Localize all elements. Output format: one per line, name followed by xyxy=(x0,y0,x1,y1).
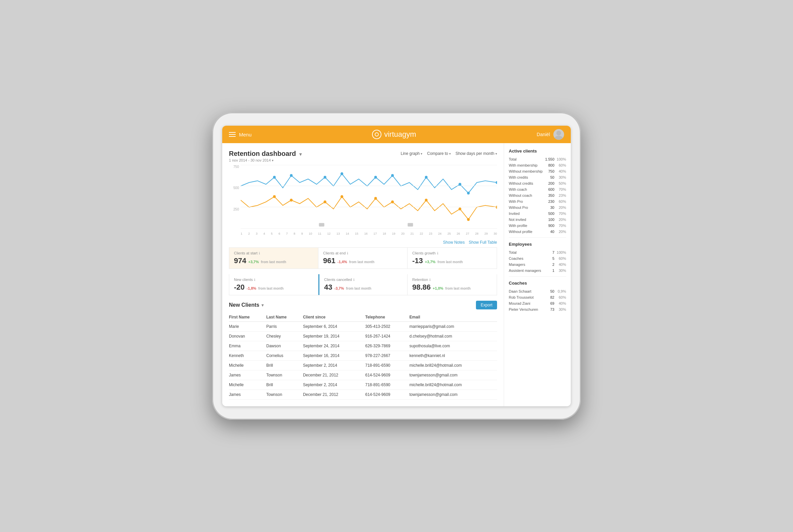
dashboard-title-block: Retention dashboard ▾ 1 nov 2014 - 30 no… xyxy=(229,150,302,162)
svg-point-0 xyxy=(556,131,561,135)
user-name: Daniël xyxy=(537,132,550,137)
stat-cards-row1: Clients at start ℹ 974 +3,7% from last m… xyxy=(229,247,497,269)
info-icon-5[interactable]: ℹ xyxy=(353,278,354,282)
sidebar-row: Mourad Ziani6940% xyxy=(509,300,566,306)
show-notes-link[interactable]: Show Notes xyxy=(443,240,465,245)
chart-x-labels: 1 2 3 4 5 6 7 8 9 10 11 12 13 14 xyxy=(241,229,497,239)
chart-y-labels: 750 500 250 xyxy=(229,165,239,229)
sidebar-row: Managers240% xyxy=(509,262,566,267)
clients-at-end-card: Clients at end ℹ 961 -1,4% from last mon… xyxy=(318,248,408,268)
chart-links: Show Notes Show Full Table xyxy=(229,240,497,245)
info-icon-1[interactable]: ℹ xyxy=(259,251,260,255)
sidebar: Active clients Total1.550100%With member… xyxy=(504,143,571,406)
new-clients-table: First Name Last Name Client since Teleph… xyxy=(229,313,497,400)
col-last-name: Last Name xyxy=(267,313,303,322)
sidebar-row: Total7100% xyxy=(509,249,566,255)
sidebar-row: Without Pro3020% xyxy=(509,205,566,210)
sidebar-row: Not invited10020% xyxy=(509,216,566,223)
clients-at-start-card: Clients at start ℹ 974 +3,7% from last m… xyxy=(229,248,318,268)
main-layout: Retention dashboard ▾ 1 nov 2014 - 30 no… xyxy=(222,143,571,406)
info-icon-6[interactable]: ℹ xyxy=(429,278,431,282)
sidebar-row: Total1.550100% xyxy=(509,156,566,162)
table-row: JamesTownsonDecember 21, 2012614-524-960… xyxy=(229,390,497,400)
line-graph-chevron: ▾ xyxy=(421,152,422,155)
show-full-table-link[interactable]: Show Full Table xyxy=(469,240,497,245)
table-row: EmmaDawsonSeptember 24, 2014626-329-7869… xyxy=(229,341,497,351)
header-right: Daniël xyxy=(537,129,564,140)
coaches-title: Coaches xyxy=(509,281,566,286)
table-row: JamesTownsonDecember 21, 2012614-524-960… xyxy=(229,370,497,380)
line-graph-btn[interactable]: Line graph ▾ xyxy=(401,151,423,156)
sidebar-row: Without credits20050% xyxy=(509,180,566,186)
main-content: Retention dashboard ▾ 1 nov 2014 - 30 no… xyxy=(222,143,504,406)
sidebar-row: With profile90070% xyxy=(509,223,566,229)
dashboard-subtitle: 1 nov 2014 - 30 nov 2014 ▾ xyxy=(229,158,302,162)
stat-cards-row2: New clients ℹ -20 -1,8% from last month … xyxy=(229,274,497,295)
table-row: MichelleBrillSeptember 2, 2014718-891-65… xyxy=(229,361,497,370)
table-row: MichelleBrillSeptember 2, 2014718-891-65… xyxy=(229,380,497,390)
sidebar-row: With membership80060% xyxy=(509,162,566,168)
sidebar-row: With coach60070% xyxy=(509,186,566,192)
col-first-name: First Name xyxy=(229,313,267,322)
app-header: Menu virtuagym Daniël xyxy=(222,126,571,143)
col-email: Email xyxy=(409,313,497,322)
chart-container: 750 500 250 xyxy=(229,165,497,239)
col-client-since: Client since xyxy=(303,313,365,322)
sidebar-row: Coaches560% xyxy=(509,255,566,262)
gridlines xyxy=(241,165,497,228)
sidebar-row: Rob Trousselot8260% xyxy=(509,294,566,300)
new-clients-header: New Clients ▾ Export xyxy=(229,301,497,309)
dashboard-header: Retention dashboard ▾ 1 nov 2014 - 30 no… xyxy=(229,150,497,162)
brand: virtuagym xyxy=(372,130,416,139)
sidebar-row: Daan Schaart500,9% xyxy=(509,288,566,294)
chart-area xyxy=(241,165,497,229)
table-row: DonovanChesleySeptember 19, 2014916-267-… xyxy=(229,331,497,341)
sidebar-row: Invited50070% xyxy=(509,210,566,216)
clients-growth-card: Clients growth ℹ -13 +3,7% from last mon… xyxy=(408,248,497,268)
avatar[interactable] xyxy=(553,129,564,140)
clients-cancelled-card: Clients cancelled ℹ 43 -3,7% from last m… xyxy=(318,274,408,295)
export-button[interactable]: Export xyxy=(476,301,497,309)
active-clients-title: Active clients xyxy=(509,149,566,154)
employees-rows: Total7100%Coaches560%Managers240%Assiste… xyxy=(509,249,566,273)
compare-chevron: ▾ xyxy=(449,152,451,155)
sidebar-row: Without coach35023% xyxy=(509,192,566,198)
active-clients-rows: Total1.550100%With membership80060%Witho… xyxy=(509,156,566,235)
coaches-rows: Daan Schaart500,9%Rob Trousselot8260%Mou… xyxy=(509,288,566,312)
new-clients-card: New clients ℹ -20 -1,8% from last month xyxy=(229,274,318,295)
table-row: KennethCorneliusSeptember 16, 2014978-22… xyxy=(229,351,497,361)
brand-name: virtuagym xyxy=(384,130,416,139)
sidebar-row: With credits5030% xyxy=(509,174,566,180)
sidebar-row: Without profile4020% xyxy=(509,229,566,235)
sidebar-row: Pieter Verschuren7330% xyxy=(509,306,566,312)
table-body: MarieParrisSeptember 6, 2014305-413-2502… xyxy=(229,322,497,400)
sidebar-row: Assistent managers130% xyxy=(509,267,566,273)
new-clients-title: New Clients xyxy=(229,302,259,308)
retention-card: Retention ℹ 98.86 +1,0% from last month xyxy=(408,274,497,295)
dashboard-title: Retention dashboard ▾ xyxy=(229,150,302,157)
table-header-row: First Name Last Name Client since Teleph… xyxy=(229,313,497,322)
info-icon-3[interactable]: ℹ xyxy=(437,251,439,255)
menu-label[interactable]: Menu xyxy=(239,132,252,137)
info-icon-2[interactable]: ℹ xyxy=(347,251,348,255)
table-row: MarieParrisSeptember 6, 2014305-413-2502… xyxy=(229,322,497,331)
new-clients-arrow: ▾ xyxy=(262,302,264,308)
brand-logo xyxy=(372,130,382,139)
menu-icon[interactable] xyxy=(229,132,236,137)
divider-1 xyxy=(509,238,566,238)
employees-title: Employees xyxy=(509,242,566,247)
show-days-btn[interactable]: Show days per month ▾ xyxy=(456,151,497,156)
chart-controls: Line graph ▾ Compare to ▾ Show days per … xyxy=(401,151,497,156)
divider-2 xyxy=(509,276,566,277)
col-telephone: Telephone xyxy=(365,313,410,322)
info-icon-4[interactable]: ℹ xyxy=(254,278,255,282)
title-arrow: ▾ xyxy=(299,152,302,157)
days-chevron: ▾ xyxy=(496,152,497,155)
compare-to-btn[interactable]: Compare to ▾ xyxy=(427,151,451,156)
sidebar-row: With Pro23060% xyxy=(509,198,566,205)
svg-point-1 xyxy=(555,136,563,140)
header-left: Menu xyxy=(229,132,252,137)
sidebar-row: Without membership75040% xyxy=(509,168,566,174)
